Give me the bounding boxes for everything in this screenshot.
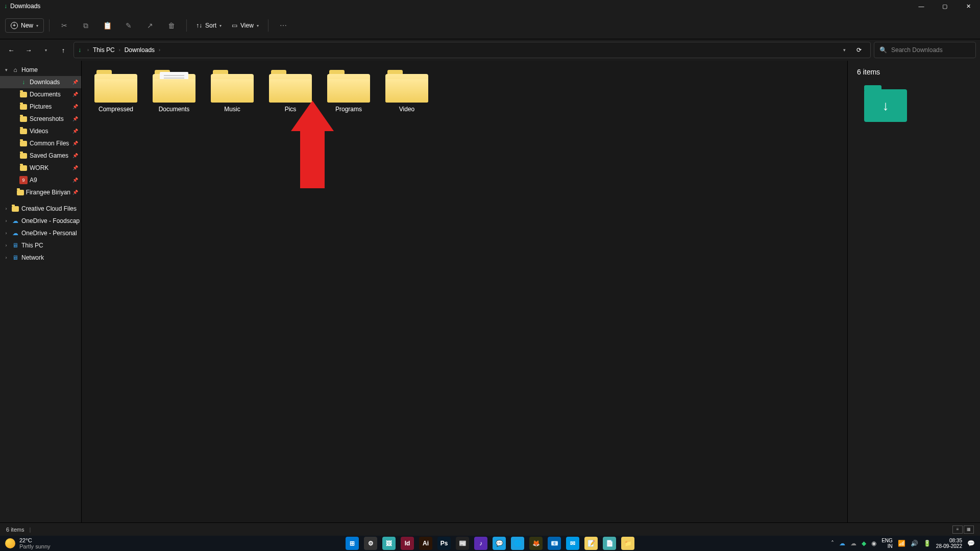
folder-icon <box>153 70 195 103</box>
taskbar-app[interactable]: 📄 <box>603 537 616 550</box>
delete-button[interactable]: 🗑 <box>162 16 181 35</box>
wifi-icon[interactable]: 📶 <box>898 540 905 547</box>
new-button[interactable]: + New ▾ <box>5 18 44 33</box>
sidebar-item-screenshots[interactable]: Screenshots📌 <box>0 113 81 125</box>
minimize-button[interactable]: ― <box>910 0 933 12</box>
sidebar-item-network[interactable]: ›🖥Network <box>0 252 81 264</box>
sidebar-item-firangee-biriyan[interactable]: Firangee Biriyan📌 <box>0 186 81 198</box>
taskbar-app[interactable]: Ai <box>419 537 432 550</box>
tray-chevron-icon[interactable]: ˄ <box>831 540 834 547</box>
folder-icon <box>19 152 28 160</box>
view-button[interactable]: ▭ View ▾ <box>228 19 263 32</box>
sidebar-item-label: Common Files <box>30 140 69 147</box>
weather-temp: 22°C <box>19 537 51 543</box>
cloud-icon: ☁ <box>11 217 19 225</box>
folder-label: Compressed <box>99 106 133 113</box>
volume-icon[interactable]: 🔊 <box>911 540 918 547</box>
sidebar-item-label: A9 <box>30 177 37 184</box>
notifications-icon[interactable]: 💬 <box>967 540 975 547</box>
crumb-this-pc[interactable]: This PC <box>93 46 115 54</box>
taskbar-app[interactable]: ✉ <box>566 537 579 550</box>
more-button[interactable]: ⋯ <box>274 16 293 35</box>
taskbar-app[interactable]: 📝 <box>584 537 598 550</box>
cut-button[interactable]: ✂ <box>55 16 74 35</box>
taskbar-app[interactable]: Id <box>401 537 414 550</box>
sidebar-home-label: Home <box>21 66 38 73</box>
sidebar-item-work[interactable]: WORK📌 <box>0 162 81 174</box>
taskbar-app[interactable]: ♪ <box>474 537 487 550</box>
taskbar-app[interactable]: 🌐 <box>511 537 524 550</box>
onedrive-icon[interactable]: ☁ <box>850 540 856 547</box>
sidebar-item-this-pc[interactable]: ›🖥This PC <box>0 239 81 252</box>
folder-label: Pics <box>285 106 297 113</box>
battery-icon[interactable]: 🔋 <box>923 540 931 547</box>
details-view-button[interactable]: ≡ <box>952 525 963 534</box>
content-area[interactable]: CompressedDocumentsMusicPicsProgramsVide… <box>82 61 847 522</box>
taskbar-app[interactable]: 📰 <box>456 537 469 550</box>
taskbar-app[interactable]: 🖼 <box>382 537 396 550</box>
pc-icon: 🖥 <box>11 254 19 262</box>
pin-icon: 📌 <box>72 129 78 134</box>
folder-pics[interactable]: Pics <box>261 68 320 119</box>
weather-widget[interactable]: 22°C Partly sunny <box>5 537 51 549</box>
share-button[interactable]: ↗ <box>140 16 160 35</box>
crumb-downloads[interactable]: Downloads <box>125 46 155 54</box>
taskbar-app[interactable]: ⊞ <box>346 537 359 550</box>
maximize-button[interactable]: ▢ <box>933 0 957 12</box>
edge-icon[interactable]: ◉ <box>871 540 876 547</box>
sidebar-item-onedrive-personal[interactable]: ›☁OneDrive - Personal <box>0 227 81 239</box>
sidebar-item-videos[interactable]: Videos📌 <box>0 125 81 137</box>
search-box[interactable]: 🔍 <box>874 42 976 58</box>
copy-button[interactable]: ⧉ <box>76 16 95 35</box>
security-icon[interactable]: ◆ <box>862 540 866 547</box>
folder-documents[interactable]: Documents <box>145 68 203 119</box>
sort-button[interactable]: ↑↓ Sort ▾ <box>192 19 226 32</box>
folder-video[interactable]: Video <box>378 68 436 119</box>
sidebar-item-saved-games[interactable]: Saved Games📌 <box>0 149 81 162</box>
pc-icon: 🖥 <box>11 241 19 249</box>
address-bar[interactable]: ↓ › This PC › Downloads › ▾ ⟳ <box>74 42 871 58</box>
sidebar-item-downloads[interactable]: ↓Downloads📌 <box>0 76 81 88</box>
clock[interactable]: 08:35 28-09-2022 <box>936 538 962 549</box>
folder-compressed[interactable]: Compressed <box>87 68 145 119</box>
up-button[interactable]: ↑ <box>56 43 70 57</box>
paste-button[interactable]: 📋 <box>97 16 117 35</box>
chevron-down-icon[interactable]: ▾ <box>843 47 846 53</box>
taskbar-app[interactable]: 📧 <box>548 537 561 550</box>
taskbar-app[interactable]: Ps <box>437 537 451 550</box>
sidebar-item-documents[interactable]: Documents📌 <box>0 88 81 101</box>
recent-button[interactable]: ▾ <box>39 43 53 57</box>
taskbar-app[interactable]: 🦊 <box>529 537 543 550</box>
downloads-folder-icon: ↓ <box>864 89 907 122</box>
pin-icon: 📌 <box>72 190 78 195</box>
sidebar-item-label: OneDrive - Foodscap <box>21 217 80 224</box>
weather-desc: Partly sunny <box>19 543 51 549</box>
onedrive-icon[interactable]: ☁ <box>839 540 845 547</box>
rename-button[interactable]: ✎ <box>119 16 138 35</box>
icons-view-button[interactable]: ▦ <box>964 525 974 534</box>
taskbar-app[interactable]: 💬 <box>493 537 506 550</box>
close-button[interactable]: ✕ <box>957 0 980 12</box>
search-input[interactable] <box>891 46 970 54</box>
sidebar-item-onedrive-foodscap[interactable]: ›☁OneDrive - Foodscap <box>0 215 81 227</box>
sidebar-item-pictures[interactable]: Pictures📌 <box>0 101 81 113</box>
sidebar-home[interactable]: ▾ ⌂ Home <box>0 64 81 76</box>
sidebar-item-label: Screenshots <box>30 115 64 122</box>
forward-button[interactable]: → <box>21 43 36 57</box>
taskbar-app[interactable]: ⚙ <box>364 537 377 550</box>
folder-programs[interactable]: Programs <box>320 68 378 119</box>
taskbar-app[interactable]: 📁 <box>621 537 634 550</box>
sidebar-item-creative-cloud-files[interactable]: ›Creative Cloud Files <box>0 203 81 215</box>
back-button[interactable]: ← <box>4 43 18 57</box>
sidebar-item-common-files[interactable]: Common Files📌 <box>0 137 81 149</box>
app-icon: 9 <box>19 176 28 184</box>
folder-music[interactable]: Music <box>203 68 261 119</box>
refresh-button[interactable]: ⟳ <box>852 43 866 57</box>
folder-label: Video <box>399 106 414 113</box>
sidebar-item-a9[interactable]: 9A9📌 <box>0 174 81 186</box>
folder-icon <box>19 127 28 135</box>
language-indicator[interactable]: ENG IN <box>881 538 893 549</box>
details-pane: 6 items ↓ <box>847 61 980 522</box>
sidebar-item-label: Downloads <box>30 79 60 86</box>
nav-row: ← → ▾ ↑ ↓ › This PC › Downloads › ▾ ⟳ 🔍 <box>0 39 980 61</box>
